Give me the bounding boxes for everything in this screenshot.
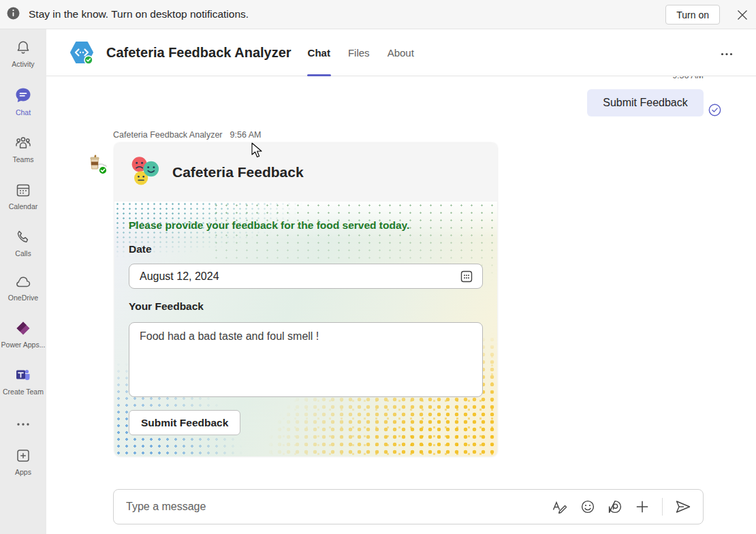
people-icon: [14, 135, 32, 153]
teams-logo-icon: [15, 367, 31, 385]
feedback-card: Cafeteria Feedback Please provide your f…: [114, 143, 497, 456]
header-more-icon[interactable]: [721, 46, 733, 59]
app-logo-icon: [68, 39, 95, 66]
turn-on-button[interactable]: Turn on: [665, 5, 720, 25]
feedback-faces-icon: [129, 155, 161, 190]
sender-name: Cafeteria Feedback Analyzer: [113, 130, 223, 140]
tab-files[interactable]: Files: [348, 29, 370, 76]
apps-plus-icon: [15, 447, 31, 465]
date-label: Date: [129, 243, 483, 255]
sidebar-item-label: Chat: [16, 108, 31, 116]
sidebar-item-label: Calendar: [9, 202, 38, 210]
sidebar-item-onedrive[interactable]: OneDrive: [0, 276, 46, 302]
sidebar-item-apps[interactable]: Apps: [0, 447, 46, 476]
sidebar-item-calendar[interactable]: Calendar: [0, 182, 46, 210]
feedback-label: Your Feedback: [129, 300, 483, 313]
chat-bubble-icon: [14, 87, 32, 106]
info-icon: [7, 7, 20, 22]
sidebar-more-button[interactable]: [16, 417, 30, 429]
sidebar-item-label: Teams: [13, 155, 34, 163]
card-intro-text: Please provide your feedback for the foo…: [129, 202, 483, 232]
close-icon[interactable]: [736, 8, 749, 22]
sidebar-item-label: Create Team: [3, 388, 44, 396]
date-value: August 12, 2024: [140, 270, 219, 283]
sidebar-item-chat[interactable]: Chat: [0, 87, 46, 116]
message-seen-icon: [708, 104, 721, 119]
tab-chat[interactable]: Chat: [308, 29, 330, 76]
page-title: Cafeteria Feedback Analyzer: [106, 45, 292, 61]
chat-pane: 9:56 AM Submit Feedback Cafeteria Feedba…: [46, 76, 756, 534]
sidebar-item-label: Activity: [12, 60, 34, 68]
plus-icon[interactable]: [635, 499, 650, 514]
notification-banner: Stay in the know. Turn on desktop notifi…: [0, 0, 756, 29]
loop-icon[interactable]: [608, 499, 623, 514]
mouse-cursor: [251, 142, 263, 161]
banner-text: Stay in the know. Turn on desktop notifi…: [29, 8, 249, 20]
app-rail: Activity Chat Teams Calendar Calls: [0, 29, 46, 534]
cloud-icon: [14, 276, 32, 291]
compose-divider: [662, 498, 663, 516]
compose-actions: [552, 498, 691, 516]
sidebar-item-label: Apps: [15, 468, 31, 476]
phone-icon: [15, 229, 31, 247]
teams-window: Stay in the know. Turn on desktop notifi…: [0, 0, 756, 534]
sidebar-item-activity[interactable]: Activity: [0, 40, 46, 68]
tab-bar: Chat Files About: [308, 29, 414, 76]
bot-avatar: [86, 153, 108, 175]
calendar-icon: [15, 182, 31, 200]
compose-bar: [113, 489, 704, 524]
message-input[interactable]: [114, 501, 552, 513]
sidebar-item-label: OneDrive: [8, 294, 38, 302]
format-icon[interactable]: [552, 499, 568, 514]
app-header: Cafeteria Feedback Analyzer Chat Files A…: [46, 29, 756, 76]
sidebar-item-calls[interactable]: Calls: [0, 229, 46, 257]
card-header: Cafeteria Feedback: [114, 143, 497, 202]
sidebar-item-create-team[interactable]: Create Team: [0, 367, 46, 396]
feedback-textarea[interactable]: Food had a bad taste and foul smell !: [129, 322, 483, 397]
sent-message-bubble: Submit Feedback: [587, 89, 704, 116]
submit-feedback-button[interactable]: Submit Feedback: [129, 410, 240, 435]
sidebar-item-label: Power Apps...: [1, 341, 46, 349]
card-body: Please provide your feedback for the foo…: [114, 202, 497, 456]
tab-about[interactable]: About: [388, 29, 414, 76]
calendar-picker-icon[interactable]: [459, 269, 474, 284]
message-time: 9:56 AM: [230, 130, 262, 140]
power-apps-icon: [15, 320, 31, 338]
ellipsis-icon: [16, 417, 30, 428]
sidebar-item-power-apps[interactable]: Power Apps...: [0, 320, 46, 349]
message-sender-line: Cafeteria Feedback Analyzer9:56 AM: [113, 130, 261, 140]
sidebar-item-teams[interactable]: Teams: [0, 135, 46, 163]
card-title: Cafeteria Feedback: [172, 164, 304, 180]
date-field[interactable]: August 12, 2024: [129, 264, 483, 289]
emoji-icon[interactable]: [580, 499, 595, 514]
message-timestamp-clipped: 9:56 AM: [672, 76, 704, 80]
send-icon[interactable]: [675, 500, 691, 514]
sidebar-item-label: Calls: [15, 249, 31, 257]
bell-icon: [15, 40, 31, 57]
